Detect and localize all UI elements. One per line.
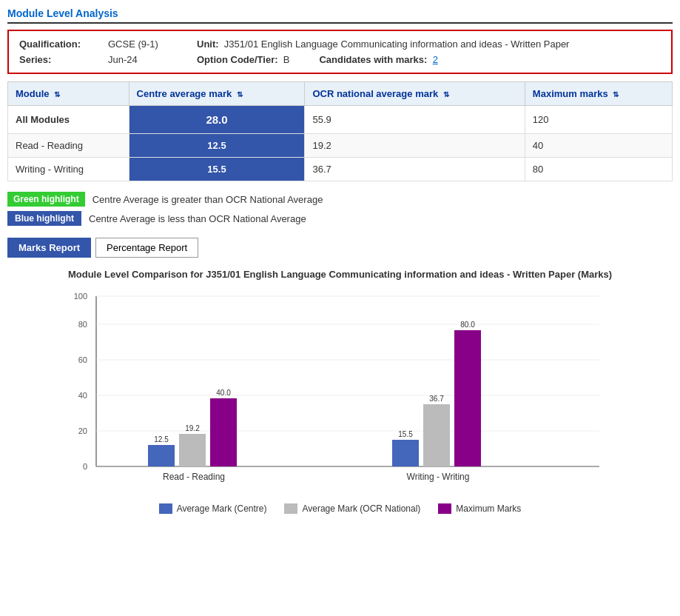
svg-text:100: 100 — [73, 292, 87, 301]
centre-avg-cell: 28.0 — [129, 106, 305, 134]
series-value: Jun-24 — [108, 54, 197, 65]
module-name: All Modules — [8, 106, 129, 134]
legend-item-centre: Average Mark (Centre) — [159, 503, 267, 514]
bar-chart: 0 20 40 60 80 100 12.5 19.2 40.0 Read - … — [52, 289, 629, 496]
tabs-row: Marks Report Percentage Report — [7, 238, 673, 258]
bar-read-ocr — [179, 434, 206, 466]
sort-max-icon: ⇅ — [613, 90, 619, 98]
module-name: Writing - Writing — [8, 158, 129, 181]
svg-text:12.5: 12.5 — [154, 435, 169, 443]
centre-avg-cell: 15.5 — [129, 158, 305, 181]
centre-avg-value: 28.0 — [129, 106, 305, 133]
qualification-box: Qualification: GCSE (9-1) Unit: J351/01 … — [7, 30, 673, 74]
ocr-legend-label: Average Mark (OCR National) — [302, 503, 420, 514]
percentage-report-tab[interactable]: Percentage Report — [95, 238, 198, 258]
module-table: Module ⇅ Centre average mark ⇅ OCR natio… — [7, 81, 673, 181]
centre-avg-value: 12.5 — [129, 134, 305, 157]
sort-centre-icon: ⇅ — [237, 90, 243, 98]
col-max-marks[interactable]: Maximum marks ⇅ — [525, 82, 672, 106]
unit-label: Unit: — [197, 38, 219, 50]
green-highlight-text: Centre Average is greater than OCR Natio… — [92, 194, 323, 205]
table-row: Read - Reading 12.5 19.2 40 — [8, 134, 673, 158]
module-name: Read - Reading — [8, 134, 129, 158]
blue-highlight-badge: Blue highlight — [7, 211, 81, 226]
col-ocr-avg[interactable]: OCR national average mark ⇅ — [305, 82, 525, 106]
section-title: Module Level Analysis — [7, 7, 673, 24]
centre-avg-cell: 12.5 — [129, 134, 305, 158]
option-block: Option Code/Tier: B Candidates with mark… — [197, 54, 661, 65]
ocr-avg-cell: 55.9 — [305, 106, 525, 134]
svg-text:19.2: 19.2 — [185, 424, 200, 432]
bar-read-centre — [148, 445, 175, 466]
table-row: All Modules 28.0 55.9 120 — [8, 106, 673, 134]
svg-text:0: 0 — [82, 462, 87, 471]
svg-text:Read - Reading: Read - Reading — [162, 472, 224, 482]
svg-text:60: 60 — [78, 355, 87, 364]
marks-report-tab[interactable]: Marks Report — [7, 238, 91, 258]
chart-container: 0 20 40 60 80 100 12.5 19.2 40.0 Read - … — [52, 289, 629, 496]
series-label: Series: — [19, 54, 108, 65]
ocr-avg-cell: 19.2 — [305, 134, 525, 158]
legend-item-ocr: Average Mark (OCR National) — [284, 503, 420, 514]
centre-swatch — [159, 503, 172, 514]
qual-label: Qualification: — [19, 38, 108, 50]
svg-text:40.0: 40.0 — [216, 389, 231, 397]
centre-legend-label: Average Mark (Centre) — [177, 503, 267, 514]
bar-read-max — [210, 398, 237, 466]
max-marks-cell: 40 — [525, 134, 672, 158]
max-legend-label: Maximum Marks — [456, 503, 521, 514]
col-centre-avg[interactable]: Centre average mark ⇅ — [129, 82, 305, 106]
legend-area: Green highlight Centre Average is greate… — [7, 192, 673, 226]
bar-writing-max — [454, 330, 481, 466]
centre-avg-value: 15.5 — [129, 158, 305, 181]
sort-ocr-icon: ⇅ — [443, 90, 449, 98]
bar-writing-ocr — [423, 404, 450, 466]
max-swatch — [438, 503, 451, 514]
svg-text:Writing - Writing: Writing - Writing — [406, 472, 469, 482]
svg-text:80: 80 — [78, 320, 87, 329]
svg-text:80.0: 80.0 — [460, 321, 475, 329]
green-highlight-badge: Green highlight — [7, 192, 85, 207]
candidates-link[interactable]: 2 — [433, 54, 438, 65]
max-marks-cell: 80 — [525, 158, 672, 181]
svg-text:15.5: 15.5 — [398, 430, 413, 438]
chart-legend: Average Mark (Centre) Average Mark (OCR … — [7, 503, 673, 514]
svg-text:40: 40 — [78, 391, 87, 400]
chart-title: Module Level Comparison for J351/01 Engl… — [7, 268, 673, 281]
sort-module-icon: ⇅ — [54, 90, 60, 98]
ocr-swatch — [284, 503, 297, 514]
bar-writing-centre — [392, 440, 419, 466]
col-module[interactable]: Module ⇅ — [8, 82, 129, 106]
qual-value: GCSE (9-1) — [108, 38, 197, 50]
table-row: Writing - Writing 15.5 36.7 80 — [8, 158, 673, 181]
ocr-avg-cell: 36.7 — [305, 158, 525, 181]
legend-item-max: Maximum Marks — [438, 503, 521, 514]
legend-green-row: Green highlight Centre Average is greate… — [7, 192, 673, 207]
unit-block: Unit: J351/01 English Language Communica… — [197, 38, 661, 50]
candidates-label: Candidates with marks: — [319, 54, 427, 65]
max-marks-cell: 120 — [525, 106, 672, 134]
svg-text:20: 20 — [78, 426, 87, 435]
option-label: Option Code/Tier: — [197, 54, 278, 65]
blue-highlight-text: Centre Average is less than OCR National… — [89, 213, 306, 224]
option-value: B — [283, 54, 290, 65]
unit-value: J351/01 English Language Communicating i… — [224, 38, 570, 50]
legend-blue-row: Blue highlight Centre Average is less th… — [7, 211, 673, 226]
svg-text:36.7: 36.7 — [429, 395, 444, 403]
